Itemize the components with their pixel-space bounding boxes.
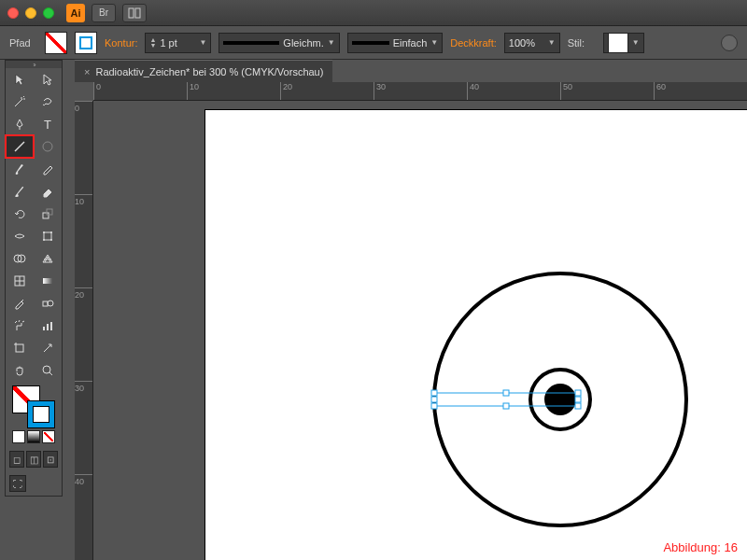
stroke-weight-input[interactable] xyxy=(160,37,195,49)
paintbrush-tool[interactable] xyxy=(6,158,34,180)
direct-selection-tool[interactable] xyxy=(34,68,62,91)
svg-point-8 xyxy=(43,231,45,233)
gradient-tool[interactable] xyxy=(34,270,62,292)
zoom-window-button[interactable] xyxy=(43,7,54,19)
brush-definition-dropdown[interactable]: Einfach ▼ xyxy=(347,33,444,53)
tools-panel: T xyxy=(5,60,63,497)
svg-rect-1 xyxy=(135,8,140,18)
none-mode-button[interactable] xyxy=(42,430,55,443)
ruler-v-tick: 0 xyxy=(75,101,92,113)
style-label: Stil: xyxy=(568,37,596,49)
shape-builder-tool[interactable] xyxy=(6,247,34,270)
doc-setup-button[interactable] xyxy=(721,35,738,51)
svg-point-4 xyxy=(43,142,52,151)
artboard[interactable] xyxy=(205,110,747,560)
ruler-horizontal[interactable]: 0 10 20 30 40 50 60 xyxy=(93,82,747,101)
ruler-h-tick: 20 xyxy=(280,82,292,100)
pencil-tool[interactable] xyxy=(34,158,62,180)
opacity-input[interactable] xyxy=(509,37,544,49)
svg-rect-6 xyxy=(47,209,52,215)
tools-panel-handle[interactable] xyxy=(6,61,62,68)
close-tab-icon[interactable]: × xyxy=(84,66,90,77)
svg-point-30 xyxy=(544,384,576,415)
fill-swatch[interactable] xyxy=(45,32,67,54)
svg-rect-22 xyxy=(50,322,52,330)
figure-caption: Abbildung: 16 xyxy=(663,540,738,554)
svg-rect-0 xyxy=(129,8,134,18)
draw-inside-button[interactable]: ⊡ xyxy=(43,451,58,468)
svg-rect-33 xyxy=(431,390,437,396)
draw-behind-button[interactable]: ◫ xyxy=(26,451,41,468)
document-tab[interactable]: × Radioaktiv_Zeichen* bei 300 % (CMYK/Vo… xyxy=(75,60,332,82)
svg-rect-17 xyxy=(43,278,52,284)
arrange-documents-button[interactable] xyxy=(122,4,147,22)
svg-point-10 xyxy=(43,239,45,241)
blob-brush-tool[interactable] xyxy=(6,180,34,203)
ruler-vertical[interactable]: 0 10 20 30 40 50 xyxy=(75,101,93,560)
style-dropdown[interactable]: ▼ xyxy=(603,33,644,53)
magic-wand-tool[interactable] xyxy=(6,91,34,113)
symbol-sprayer-tool[interactable] xyxy=(6,315,34,337)
blend-tool[interactable] xyxy=(34,292,62,315)
stroke-swatch[interactable] xyxy=(75,32,97,54)
mesh-tool[interactable] xyxy=(6,270,34,292)
ruler-h-tick: 30 xyxy=(374,82,386,100)
workspace: 0 10 20 30 40 50 60 0 10 20 30 40 50 xyxy=(75,82,747,560)
ruler-h-tick: 10 xyxy=(187,82,199,100)
control-bar: Pfad Kontur: ▲▼ ▼ Gleichm. ▼ Einfach ▼ D… xyxy=(0,26,747,60)
stroke-label[interactable]: Kontur: xyxy=(105,37,137,49)
document-tab-bar: × Radioaktiv_Zeichen* bei 300 % (CMYK/Vo… xyxy=(0,60,747,82)
svg-line-27 xyxy=(49,372,52,375)
opacity-label[interactable]: Deckkraft: xyxy=(450,37,497,49)
svg-rect-36 xyxy=(431,403,437,409)
document-tab-title: Radioaktiv_Zeichen* bei 300 % (CMYK/Vors… xyxy=(95,66,323,77)
close-window-button[interactable] xyxy=(7,7,19,19)
svg-rect-37 xyxy=(503,403,509,409)
minimize-window-button[interactable] xyxy=(25,7,36,19)
selection-type-label: Pfad xyxy=(9,37,37,49)
draw-screen-modes: ◻ ◫ ⊡ xyxy=(6,447,62,471)
line-segment-tool[interactable] xyxy=(6,135,34,158)
color-mode-button[interactable] xyxy=(12,430,25,443)
svg-rect-5 xyxy=(43,213,49,218)
artboard-tool[interactable] xyxy=(6,337,34,359)
eraser-tool[interactable] xyxy=(34,180,62,203)
svg-point-26 xyxy=(43,366,50,373)
artwork xyxy=(205,110,747,560)
svg-rect-35 xyxy=(575,390,581,396)
svg-point-9 xyxy=(50,231,52,233)
svg-rect-38 xyxy=(575,403,581,409)
scale-tool[interactable] xyxy=(34,203,62,225)
svg-rect-23 xyxy=(16,344,23,352)
ellipse-tool[interactable] xyxy=(34,135,62,158)
zoom-tool[interactable] xyxy=(34,359,62,382)
width-tool[interactable] xyxy=(6,225,34,247)
slice-tool[interactable] xyxy=(34,337,62,359)
eyedropper-tool[interactable] xyxy=(6,292,34,315)
canvas-area[interactable] xyxy=(93,101,747,560)
type-tool[interactable]: T xyxy=(34,113,62,135)
perspective-grid-tool[interactable] xyxy=(34,247,62,270)
column-graph-tool[interactable] xyxy=(34,315,62,337)
rotate-tool[interactable] xyxy=(6,203,34,225)
ruler-h-tick: 40 xyxy=(467,82,479,100)
screen-mode-button[interactable]: ⛶ xyxy=(9,475,26,492)
hand-tool[interactable] xyxy=(6,359,34,382)
brush-label: Einfach xyxy=(393,37,428,49)
gradient-mode-button[interactable] xyxy=(27,430,40,443)
selection-tool[interactable] xyxy=(6,68,34,91)
svg-rect-39 xyxy=(431,397,437,402)
screen-mode-group: ⛶ xyxy=(6,471,62,496)
svg-line-3 xyxy=(15,142,24,151)
ruler-v-tick: 20 xyxy=(75,287,92,300)
lasso-tool[interactable] xyxy=(34,91,62,113)
draw-normal-button[interactable]: ◻ xyxy=(9,451,24,468)
stroke-weight-field[interactable]: ▲▼ ▼ xyxy=(145,33,211,53)
free-transform-tool[interactable] xyxy=(34,225,62,247)
titlebar: Ai Br xyxy=(0,0,747,26)
bridge-button[interactable]: Br xyxy=(92,4,116,22)
pen-tool[interactable] xyxy=(6,113,34,135)
opacity-field[interactable]: ▼ xyxy=(504,33,560,53)
variable-width-profile-dropdown[interactable]: Gleichm. ▼ xyxy=(218,33,339,53)
stroke-color-control[interactable] xyxy=(27,400,55,428)
